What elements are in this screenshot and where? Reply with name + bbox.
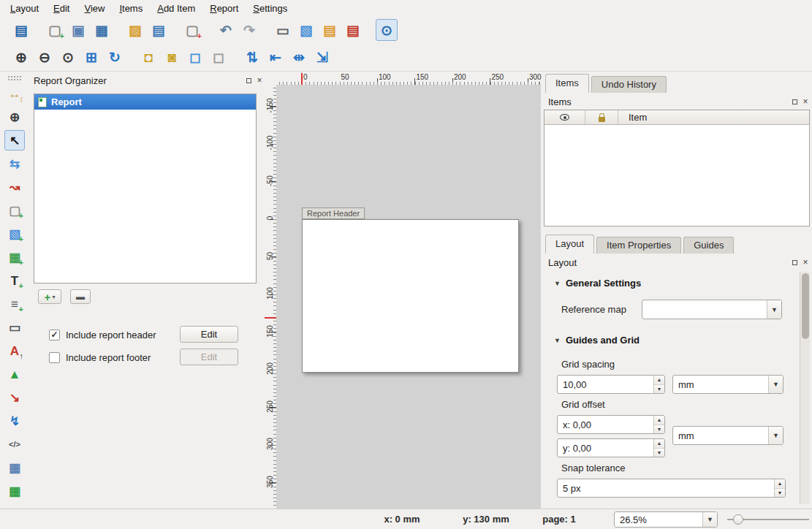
general-settings-section[interactable]: ▼General Settings	[554, 278, 641, 289]
open-icon[interactable]: ▨	[124, 19, 146, 41]
grid-spacing-spinbox[interactable]: 10,00 ▲▼	[557, 375, 665, 394]
add-legend-icon[interactable]: ≡+	[4, 294, 25, 314]
add-section-button[interactable]: +▾	[38, 289, 61, 304]
vertical-ruler[interactable]: -150-100-50050100150200250300350	[265, 85, 276, 507]
add-shape-icon[interactable]: ▲	[4, 364, 25, 384]
pan-tool-icon[interactable]: ↔↕	[4, 83, 25, 104]
include-header-checkbox[interactable]: ✓	[49, 330, 60, 340]
edit-footer-button[interactable]: Edit	[180, 349, 238, 365]
distribute-items-icon[interactable]: ⇹	[288, 47, 310, 69]
remove-section-button[interactable]: ▬	[70, 289, 91, 304]
tab-layout[interactable]: Layout	[545, 235, 594, 254]
scrollbar-thumb[interactable]	[802, 273, 809, 339]
zoom-actual-icon[interactable]: ⊙	[57, 47, 79, 69]
resize-items-icon[interactable]: ⇲	[311, 47, 333, 69]
edit-header-button[interactable]: Edit	[180, 326, 238, 343]
menu-items[interactable]: Items	[112, 1, 150, 15]
add-page-icon[interactable]: ▢+	[4, 200, 25, 221]
unlock-items-icon[interactable]: ◙	[161, 47, 183, 69]
select-all-icon[interactable]: ◻	[184, 47, 206, 69]
tab-items[interactable]: Items	[545, 74, 589, 93]
layout-canvas[interactable]: Report Header	[276, 85, 541, 509]
tab-guides[interactable]: Guides	[683, 237, 734, 254]
spin-up-icon[interactable]: ▲	[654, 439, 664, 449]
spin-up-icon[interactable]: ▲	[654, 416, 664, 425]
toolbar-drag-handle[interactable]	[7, 75, 22, 81]
export-svg-icon[interactable]: ▤	[319, 19, 341, 41]
refresh-preview-icon[interactable]: ⊙	[376, 19, 398, 41]
export-image-icon[interactable]: ▧	[295, 19, 317, 41]
add-scalebar-icon[interactable]: ▭	[4, 317, 25, 338]
menu-settings[interactable]: Settings	[246, 1, 295, 15]
zoom-slider[interactable]	[727, 509, 809, 529]
spin-down-icon[interactable]: ▼	[775, 489, 785, 498]
spin-down-icon[interactable]: ▼	[654, 425, 664, 434]
grid-offset-y-spinbox[interactable]: y: 0,00 ▲▼	[557, 438, 665, 457]
menu-report[interactable]: Report	[202, 1, 246, 15]
lock-items-icon[interactable]: ◘	[137, 47, 159, 69]
spin-buttons[interactable]: ▲▼	[774, 479, 785, 497]
spin-buttons[interactable]: ▲▼	[653, 376, 664, 393]
reference-map-combobox[interactable]: ▼	[642, 300, 782, 319]
close-panel-button[interactable]: ×	[800, 96, 811, 107]
add-fixed-table-icon[interactable]: ▦	[4, 481, 25, 501]
layout-manager-icon[interactable]: ▦	[91, 19, 113, 41]
tree-item-report[interactable]: Report	[34, 94, 256, 110]
add-html-icon[interactable]: </>	[4, 434, 25, 454]
float-panel-button[interactable]	[789, 96, 800, 107]
zoom-in-icon[interactable]: ⊕	[10, 47, 32, 69]
spin-down-icon[interactable]: ▼	[654, 449, 664, 457]
include-footer-checkbox[interactable]: ✓	[49, 352, 60, 363]
save-icon[interactable]: ▤	[10, 19, 32, 41]
tab-item-properties[interactable]: Item Properties	[596, 237, 681, 254]
grid-spacing-unit-combobox[interactable]: mm ▼	[672, 375, 783, 394]
spin-up-icon[interactable]: ▲	[654, 376, 664, 385]
item-column-header[interactable]: Item	[618, 110, 809, 124]
new-layout-icon[interactable]: ▢+	[44, 19, 66, 41]
close-panel-button[interactable]: ×	[800, 257, 811, 267]
slider-thumb[interactable]	[733, 514, 743, 525]
add-picture-icon[interactable]: ▧+	[4, 224, 25, 244]
grid-offset-x-spinbox[interactable]: x: 0,00 ▲▼	[557, 415, 665, 434]
spin-buttons[interactable]: ▲▼	[653, 439, 664, 457]
spin-buttons[interactable]: ▲▼	[653, 416, 664, 433]
visibility-column-header[interactable]	[545, 110, 585, 124]
zoom-tool-icon[interactable]: ⊕	[4, 107, 25, 127]
add-north-arrow-icon[interactable]: A↑	[4, 340, 25, 361]
deselect-all-icon[interactable]: ◻	[208, 47, 229, 69]
print-icon[interactable]: ▭	[272, 19, 294, 41]
menu-edit[interactable]: Edit	[46, 1, 77, 15]
layout-panel-scrollbar[interactable]	[800, 272, 810, 504]
add-label-icon[interactable]: T+	[4, 270, 25, 291]
zoom-full-icon[interactable]: ⊞	[80, 47, 102, 69]
tab-undo-history[interactable]: Undo History	[591, 76, 667, 93]
select-tool-icon[interactable]: ↖	[4, 130, 25, 151]
snap-tolerance-spinbox[interactable]: 5 px ▲▼	[557, 479, 786, 498]
spin-down-icon[interactable]: ▼	[654, 385, 664, 394]
move-content-tool-icon[interactable]: ⇆	[4, 153, 25, 174]
grid-offset-unit-combobox[interactable]: mm ▼	[672, 426, 783, 445]
menu-add-item[interactable]: Add Item	[150, 1, 202, 15]
export-pdf-icon[interactable]: ▤	[342, 19, 364, 41]
refresh-icon[interactable]: ↻	[104, 47, 126, 69]
add-attribute-table-icon[interactable]: ▦	[4, 457, 25, 478]
spin-up-icon[interactable]: ▲	[775, 479, 785, 489]
redo-icon[interactable]: ↷	[238, 19, 260, 41]
menu-view[interactable]: View	[77, 1, 112, 15]
add-map-icon[interactable]: ▦+	[4, 247, 25, 267]
zoom-combobox[interactable]: 26.5% ▼	[614, 511, 718, 528]
report-page[interactable]	[302, 219, 519, 373]
guides-and-grid-section[interactable]: ▼Guides and Grid	[554, 335, 640, 346]
align-items-icon[interactable]: ⇤	[265, 47, 287, 69]
add-pages-icon[interactable]: ▢+	[181, 19, 203, 41]
add-arrow-icon[interactable]: ↘	[4, 387, 25, 408]
horizontal-ruler[interactable]: 050100150200250300	[276, 73, 541, 85]
duplicate-layout-icon[interactable]: ▣	[67, 19, 89, 41]
save-as-icon[interactable]: ▤	[148, 19, 170, 41]
edit-nodes-tool-icon[interactable]: ↝	[4, 177, 25, 197]
float-panel-button[interactable]	[789, 257, 800, 267]
add-node-item-icon[interactable]: ↯	[4, 411, 25, 431]
undo-icon[interactable]: ↶	[215, 19, 237, 41]
float-panel-button[interactable]	[243, 75, 254, 85]
raise-items-icon[interactable]: ⇅	[241, 47, 263, 69]
